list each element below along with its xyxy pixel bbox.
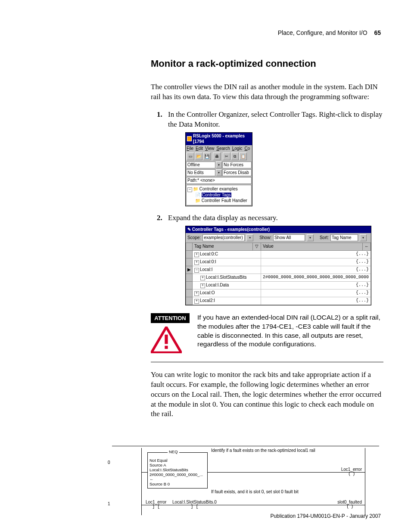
- tag-value-cell: {...}: [261, 266, 371, 274]
- dropdown-icon[interactable]: ▼: [216, 169, 222, 176]
- expand-icon[interactable]: +: [194, 260, 199, 265]
- tool-print-icon[interactable]: 🖶: [213, 152, 221, 160]
- rung-0-number: 0: [108, 460, 110, 465]
- expand-icon[interactable]: +: [194, 291, 199, 296]
- neq-instruction: NEQ Not Equal Source A Local:I.SlotStatu…: [147, 452, 208, 488]
- table-row[interactable]: +Local:I.Data{...}: [186, 281, 371, 289]
- row-selector[interactable]: [186, 258, 193, 266]
- tool-cut-icon[interactable]: ✂: [223, 152, 230, 160]
- attention-label: ATTENTION: [151, 313, 190, 323]
- sort-label: Sort:: [320, 235, 329, 241]
- table-row[interactable]: +Local:0:I{...}: [186, 258, 371, 266]
- row-selector[interactable]: [186, 289, 193, 297]
- status-noedits: No Edits: [186, 169, 215, 176]
- tag-name-cell[interactable]: +Local:0:I: [193, 258, 261, 266]
- col-value[interactable]: Value: [261, 243, 362, 250]
- step-1: 1. In the Controller Organizer, select C…: [151, 110, 383, 206]
- menu-logic[interactable]: Logic: [232, 146, 243, 151]
- tag-name-cell[interactable]: +Local:0:C: [193, 250, 261, 258]
- step-2-number: 2.: [157, 213, 162, 223]
- tool-open-icon[interactable]: 📂: [195, 152, 202, 160]
- dropdown-icon[interactable]: ▼: [307, 234, 314, 241]
- tag-name-cell[interactable]: +Local2:I: [193, 297, 261, 305]
- expand-icon[interactable]: +: [200, 283, 205, 288]
- section-title: Monitor a rack-optimized connection: [151, 58, 383, 69]
- toolbar: ▭ 📂 💾 🖶 ✂ ⧉ 📋: [186, 152, 252, 161]
- expand-icon[interactable]: +: [194, 252, 199, 257]
- svg-rect-2: [165, 345, 168, 348]
- rslogix-window: RSLogix 5000 - examples [1794 File Edit …: [185, 132, 252, 207]
- expand-icon[interactable]: +: [200, 276, 205, 280]
- tree-root[interactable]: −📁 Controller examples: [187, 186, 250, 192]
- svg-rect-1: [165, 334, 168, 344]
- menu-view[interactable]: View: [205, 146, 215, 151]
- status-offline: Offline: [186, 162, 215, 168]
- col-scroll-icon[interactable]: ←: [363, 243, 371, 250]
- rung-0: 0 Identify if a fault exists on the rack…: [112, 448, 379, 489]
- menu-co[interactable]: Co: [244, 146, 250, 151]
- running-header: Place, Configure, and Monitor I/O 65: [278, 29, 381, 36]
- controller-organizer-tree[interactable]: −📁 Controller examples 📄 Controller Tags…: [186, 185, 252, 205]
- tag-name-cell[interactable]: +Local:O: [193, 289, 261, 297]
- tree-fault-handler[interactable]: 📁 Controller Fault Handler: [187, 198, 250, 203]
- tags-window-title: ✎ Controller Tags - examples(controller): [186, 226, 371, 233]
- scope-label: Scope:: [187, 235, 201, 241]
- row-selector[interactable]: [186, 297, 193, 305]
- dropdown-icon[interactable]: ▼: [216, 162, 222, 168]
- col-lead: [186, 243, 193, 250]
- show-field[interactable]: Show All: [273, 234, 305, 241]
- tag-value-cell: {...}: [261, 297, 371, 305]
- row-selector[interactable]: [186, 281, 193, 289]
- scope-field[interactable]: examples(controller): [202, 234, 245, 241]
- step-1-text: In the Controller Organizer, select Cont…: [168, 110, 382, 128]
- rung-0-coil: Loc1_error ( ): [341, 467, 362, 476]
- tag-name-cell[interactable]: +Local:I.Data: [193, 281, 261, 289]
- table-row[interactable]: ▶−Local:I{...}: [186, 266, 371, 274]
- dropdown-icon[interactable]: ▼: [360, 234, 367, 241]
- collapse-icon[interactable]: −: [187, 187, 192, 192]
- rung-1-number: 1: [108, 501, 110, 506]
- tags-filter-bar: Scope: examples(controller) ▼ Show: Show…: [186, 233, 371, 243]
- rung-1: 1 If fault exists, and it is slot 0, set…: [112, 489, 379, 515]
- table-row[interactable]: +Local2:I{...}: [186, 297, 371, 305]
- tool-save-icon[interactable]: 💾: [203, 152, 211, 160]
- tool-paste-icon[interactable]: 📋: [239, 152, 247, 160]
- row-selector[interactable]: [186, 274, 193, 281]
- tool-new-icon[interactable]: ▭: [187, 152, 194, 160]
- table-row[interactable]: +Local:0:C{...}: [186, 250, 371, 258]
- window-title: RSLogix 5000 - examples [1794: [193, 133, 251, 145]
- tags-table: Tag Name ▽ Value ← +Local:0:C{...}+Local…: [186, 243, 371, 305]
- intro-paragraph: The controller views the DIN rail as ano…: [151, 82, 383, 102]
- sort-field[interactable]: Tag Name: [330, 234, 358, 241]
- header-section: Place, Configure, and Monitor I/O: [278, 29, 367, 36]
- expand-icon[interactable]: +: [194, 299, 199, 304]
- status-forcesdisab: Forces Disab: [222, 169, 252, 176]
- tag-name-cell[interactable]: −Local:I: [193, 266, 261, 274]
- col-tagname[interactable]: Tag Name: [193, 243, 253, 250]
- attention-text: If you have an extended-local DIN rail (…: [197, 313, 383, 349]
- row-selector[interactable]: [186, 250, 193, 258]
- tag-value-cell: {...}: [261, 250, 371, 258]
- tag-value-cell: {...}: [261, 281, 371, 289]
- menu-file[interactable]: File: [187, 146, 193, 151]
- controller-tags-window: ✎ Controller Tags - examples(controller)…: [185, 226, 371, 305]
- dropdown-icon[interactable]: ▼: [246, 234, 253, 241]
- rung-1-coil: slot0_faulted ( ): [337, 500, 362, 509]
- expand-icon[interactable]: −: [194, 268, 199, 273]
- menubar[interactable]: File Edit View Search Logic Co: [186, 145, 252, 152]
- attention-block: ATTENTION If you have an extended-local …: [151, 313, 383, 355]
- col-sort-icon[interactable]: ▽: [252, 243, 261, 250]
- tool-copy-icon[interactable]: ⧉: [231, 152, 239, 160]
- menu-edit[interactable]: Edit: [196, 146, 203, 151]
- row-selector[interactable]: ▶: [186, 266, 193, 274]
- post-attention-paragraph: You can write logic to monitor the rack …: [151, 370, 383, 420]
- tag-name-cell[interactable]: +Local:I.SlotStatusBits: [193, 274, 261, 281]
- table-row[interactable]: +Local:I.SlotStatusBits2#0000_0000_0000_…: [186, 274, 371, 281]
- menu-search[interactable]: Search: [216, 146, 230, 151]
- neq-line-3: Source B 0: [149, 482, 206, 487]
- table-row[interactable]: +Local:O{...}: [186, 289, 371, 297]
- attention-rule: [151, 362, 383, 362]
- ladder-diagram: 0 Identify if a fault exists on the rack…: [112, 446, 379, 515]
- tree-controller-tags[interactable]: 📄 Controller Tags: [187, 192, 250, 198]
- neq-line-2: 2#0000_0000_0000_0000_... ←: [149, 473, 206, 482]
